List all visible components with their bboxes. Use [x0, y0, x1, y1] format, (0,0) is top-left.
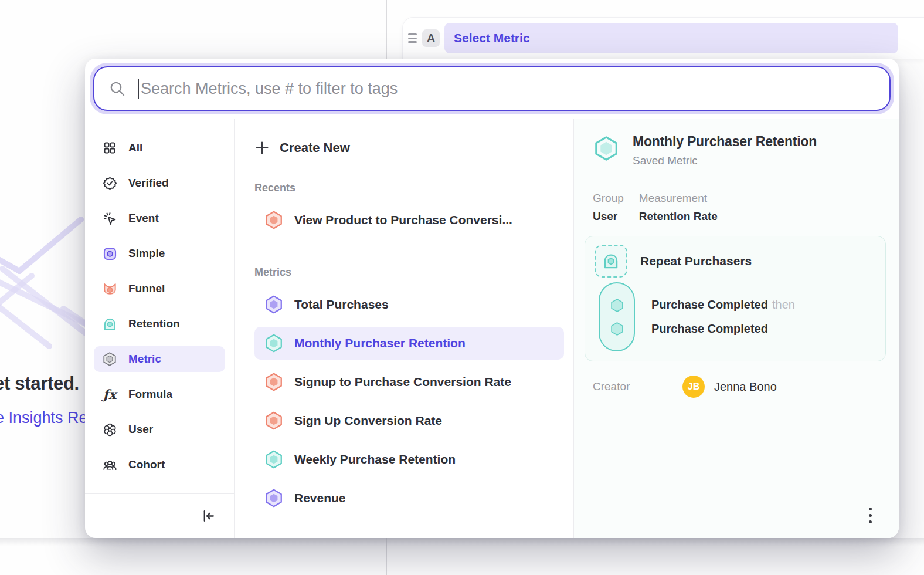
field-group: Group User: [593, 192, 624, 223]
modal-shadow: [0, 538, 924, 546]
metric-picker-modal: Search Metrics, use # to filter to tags …: [85, 59, 899, 538]
metric-item-label: Monthly Purchaser Retention: [294, 336, 466, 350]
filter-sidebar: All Verified: [85, 119, 235, 538]
sidebar-item-simple[interactable]: Simple: [94, 241, 225, 266]
metric-item-label: Weekly Purchase Retention: [294, 452, 456, 466]
verified-badge-icon: [102, 175, 117, 191]
details-title: Monthly Purchaser Retention: [633, 134, 817, 150]
recents-header: Recents: [254, 182, 564, 194]
definition-card-header: Repeat Purchasers: [595, 245, 876, 278]
hexagon-icon: [264, 333, 284, 353]
background-link-fragment[interactable]: e Insights Re: [0, 409, 88, 427]
metric-item-monthly-purchaser-retention[interactable]: Monthly Purchaser Retention: [254, 327, 564, 360]
simple-metric-icon: [102, 246, 117, 261]
step-2-event: Purchase Completed: [651, 322, 768, 335]
search-focus-ring: Search Metrics, use # to filter to tags: [90, 63, 894, 114]
details-header: Monthly Purchaser Retention Saved Metric: [585, 134, 886, 167]
sidebar-item-label: User: [128, 423, 153, 436]
list-divider: [254, 251, 564, 251]
plus-icon: [254, 140, 270, 155]
sidebar-item-user[interactable]: User: [94, 417, 225, 442]
definition-steps-text: Purchase Completedthen Purchase Complete…: [651, 293, 795, 341]
metric-details-body: Monthly Purchaser Retention Saved Metric…: [574, 119, 899, 492]
creator-name: Jenna Bono: [714, 380, 777, 394]
collapse-left-icon[interactable]: [201, 508, 216, 524]
text-caret: [138, 79, 139, 99]
details-subtitle: Saved Metric: [633, 154, 817, 167]
avatar: JB: [682, 376, 705, 398]
page: et started. e Insights Re A Select Metri…: [0, 0, 924, 575]
recent-metric-item[interactable]: View Product to Purchase Conversi...: [254, 204, 564, 236]
field-measurement: Measurement Retention Rate: [639, 192, 718, 223]
metric-details-panel: Monthly Purchaser Retention Saved Metric…: [573, 119, 899, 538]
creator-label: Creator: [593, 380, 682, 393]
metric-item-revenue[interactable]: Revenue: [254, 482, 564, 515]
metric-item-label: Sign Up Conversion Rate: [294, 414, 442, 428]
details-fields: Group User Measurement Retention Rate: [585, 192, 886, 223]
create-new-button[interactable]: Create New: [254, 134, 564, 162]
search-input[interactable]: Search Metrics, use # to filter to tags: [93, 66, 891, 111]
sidebar-item-label: Metric: [128, 353, 161, 366]
sidebar-item-label: Simple: [128, 247, 165, 260]
hexagon-icon: [264, 295, 284, 314]
sidebar-item-label: Cohort: [128, 458, 165, 471]
metric-item-label: Signup to Purchase Conversion Rate: [294, 375, 511, 389]
user-icon: [102, 422, 117, 437]
sidebar-item-label: Event: [128, 212, 159, 225]
formula-icon: ƒx: [102, 387, 117, 402]
metric-item-total-purchases[interactable]: Total Purchases: [254, 288, 564, 321]
metric-item-signup-to-purchase-conversion-rate[interactable]: Signup to Purchase Conversion Rate: [254, 366, 564, 398]
metric-item-label: Total Purchases: [294, 297, 389, 312]
sidebar-item-event[interactable]: Event: [94, 205, 225, 231]
step-1-event: Purchase Completed: [651, 298, 768, 311]
cohort-icon: [102, 457, 117, 472]
metric-list-panel: Create New Recents View Product to Purch…: [235, 119, 573, 538]
sidebar-item-cohort[interactable]: Cohort: [94, 452, 225, 478]
funnel-icon: [102, 281, 117, 296]
search-placeholder: Search Metrics, use # to filter to tags: [141, 80, 398, 98]
sidebar-item-verified[interactable]: Verified: [94, 170, 225, 196]
grid-icon: [102, 140, 117, 155]
definition-card-steps: Purchase Completedthen Purchase Complete…: [595, 282, 876, 351]
metric-item-sign-up-conversion-rate[interactable]: Sign Up Conversion Rate: [254, 404, 564, 437]
hexagon-icon: [264, 488, 284, 508]
sidebar-item-funnel[interactable]: Funnel: [94, 276, 225, 302]
create-new-label: Create New: [280, 140, 350, 155]
metric-query-row: A Select Metric: [403, 18, 924, 59]
filter-list: All Verified: [85, 119, 234, 493]
field-label: Group: [593, 192, 624, 205]
details-footer: [574, 492, 899, 538]
modal-content: All Verified: [85, 119, 899, 538]
step-connector: then: [772, 298, 795, 311]
select-metric-button[interactable]: Select Metric: [444, 23, 898, 53]
metric-item-weekly-purchase-retention[interactable]: Weekly Purchase Retention: [254, 443, 564, 476]
select-metric-label: Select Metric: [454, 31, 530, 45]
sidebar-item-label: All: [128, 141, 142, 154]
kebab-menu-icon[interactable]: [867, 505, 874, 526]
sidebar-item-label: Formula: [128, 388, 172, 401]
sidebar-item-retention[interactable]: Retention: [94, 311, 225, 337]
series-letter-badge[interactable]: A: [422, 29, 440, 47]
retention-icon: [595, 245, 627, 278]
drag-handle-icon[interactable]: [408, 33, 417, 43]
saved-metric-definition-card: Repeat Purchasers Purchase Completedthen…: [585, 236, 886, 361]
definition-card-title: Repeat Purchasers: [640, 254, 752, 268]
sidebar-footer: [85, 493, 234, 538]
metric-item-label: Revenue: [294, 491, 346, 505]
sidebar-item-metric[interactable]: Metric: [94, 346, 225, 372]
hexagon-icon: [264, 210, 284, 230]
hexagon-icon: [264, 411, 284, 431]
sidebar-item-all[interactable]: All: [94, 135, 225, 161]
metrics-header: Metrics: [254, 266, 564, 279]
background-heading-fragment: et started.: [0, 373, 79, 394]
sidebar-item-formula[interactable]: ƒx Formula: [94, 381, 225, 407]
metric-item-label: View Product to Purchase Conversi...: [294, 213, 512, 227]
hexagon-icon: [264, 372, 284, 392]
funnel-steps-capsule: [599, 282, 635, 351]
sidebar-item-label: Verified: [128, 177, 169, 190]
field-label: Measurement: [639, 192, 718, 205]
event-cursor-icon: [102, 211, 117, 226]
sidebar-item-label: Funnel: [128, 282, 165, 295]
retention-icon: [102, 316, 117, 332]
creator-row: Creator JB Jenna Bono: [585, 376, 886, 398]
